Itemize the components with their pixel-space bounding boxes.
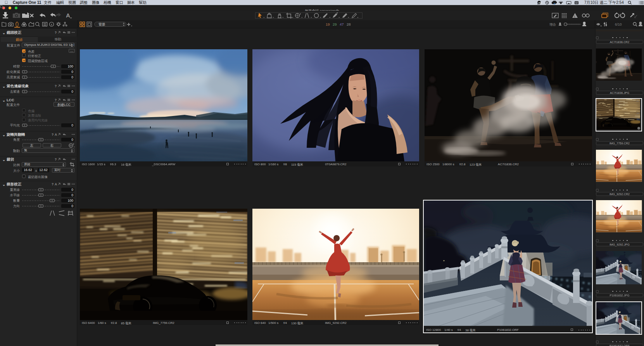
svg-text:19: 19 <box>326 22 330 26</box>
svg-text:A: A <box>55 182 57 186</box>
svg-text:?: ? <box>55 84 57 88</box>
svg-text:28: 28 <box>347 22 351 26</box>
svg-text:?: ? <box>55 98 57 102</box>
svg-text:?: ? <box>55 157 57 161</box>
svg-text:29: 29 <box>333 22 337 26</box>
svg-text:背景: 背景 <box>98 22 105 26</box>
svg-text:A: A <box>55 133 57 137</box>
svg-text:?: ? <box>52 182 54 186</box>
svg-text:LINE: LINE <box>538 2 542 3</box>
svg-text:A: A <box>66 12 70 19</box>
svg-text:6/10: 6/10 <box>615 22 622 26</box>
svg-text:?: ? <box>52 133 54 137</box>
svg-text:!: ! <box>574 15 575 18</box>
svg-text:47: 47 <box>340 22 344 26</box>
svg-text:?: ? <box>55 31 57 35</box>
svg-text:增合: 增合 <box>549 22 556 26</box>
